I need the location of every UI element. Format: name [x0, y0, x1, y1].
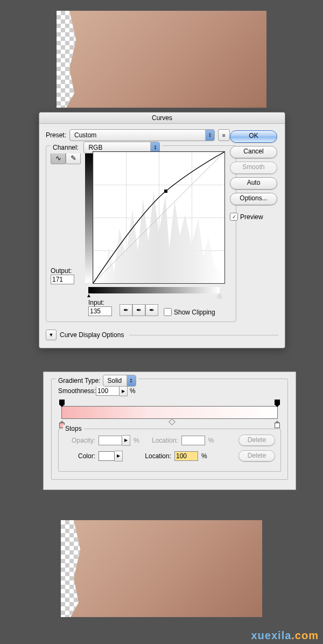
disclosure-triangle-icon[interactable]: ▼ [46, 330, 57, 340]
input-ramp[interactable]: ▲ △ [88, 287, 220, 293]
output-ramp [85, 151, 93, 283]
dialog-button-column: OK Cancel Smooth Auto Options... ✓ Previ… [230, 130, 277, 221]
curves-dialog: Curves Preset: Custom ▲▼ ≡ Channel: RGB … [39, 112, 285, 348]
dialog-title: Curves [39, 113, 285, 124]
select-arrows-icon: ▲▼ [127, 375, 136, 386]
preview-label: Preview [240, 213, 263, 221]
color-stop-row: Color: ▶ Location: % Delete [64, 450, 275, 461]
document-preview-bottom [61, 520, 262, 617]
curve-tools: ∿ ✎ [51, 151, 231, 284]
output-group: Output: [51, 267, 74, 284]
preview-checkbox[interactable]: ✓ [230, 213, 238, 221]
input-field[interactable] [88, 306, 112, 316]
opacity-stop-left[interactable] [59, 400, 65, 405]
stops-legend: Stops [63, 425, 84, 432]
cancel-button[interactable]: Cancel [230, 146, 277, 158]
gradient-type-value: Solid [103, 377, 127, 384]
smooth-button[interactable]: Smooth [230, 162, 277, 174]
eyedropper-group: ✒ ✒ ✒ [120, 304, 158, 316]
color-location-label: Location: [136, 452, 171, 460]
transparency-checker [61, 520, 93, 617]
midpoint-handle[interactable] [168, 418, 175, 425]
opacity-unit: % [134, 437, 139, 444]
svg-line-0 [93, 152, 224, 283]
opacity-location-unit: % [208, 437, 214, 444]
opacity-field [99, 436, 122, 445]
curve-point [164, 190, 167, 193]
opacity-stop-right[interactable] [275, 400, 280, 405]
color-location-field[interactable] [174, 451, 198, 461]
ok-button[interactable]: OK [230, 130, 277, 143]
gradient-bar-wrap [58, 406, 281, 419]
smoothness-unit: % [130, 387, 136, 395]
smoothness-row: Smoothness: ▶ % [58, 386, 281, 396]
show-clipping-label: Show Clipping [174, 309, 215, 316]
curve-line [93, 152, 224, 283]
preset-label: Preset: [46, 131, 66, 139]
white-point-slider[interactable]: △ [217, 292, 222, 298]
curve-display-options-label: Curve Display Options [60, 331, 124, 339]
opacity-location-field [181, 436, 205, 445]
opacity-delete-button: Delete [238, 435, 275, 446]
stops-fieldset: Stops Opacity: ▶ % Location: % Delete Co… [58, 429, 281, 472]
gradient-type-legend: Gradient Type: Solid ▲▼ [56, 375, 138, 387]
color-label: Color: [64, 452, 95, 460]
curves-grid[interactable] [93, 151, 225, 284]
color-location-unit: % [201, 452, 207, 460]
watermark: xuexila.com [251, 629, 319, 642]
gradient-bar[interactable] [61, 406, 278, 419]
select-arrows-icon: ▲▼ [205, 130, 214, 141]
black-point-slider[interactable]: ▲ [86, 292, 92, 298]
transparency-checker [57, 11, 89, 108]
watermark-b: .com [291, 629, 319, 641]
channel-value: RGB [84, 144, 150, 151]
document-preview-top [57, 11, 266, 108]
preset-value: Custom [70, 131, 205, 139]
color-picker-toggle[interactable]: ▶ [115, 451, 123, 461]
curve-display-row: ▼ Curve Display Options [46, 330, 278, 340]
smoothness-label: Smoothness: [58, 387, 96, 395]
watermark-a: xuexila [251, 629, 291, 641]
smoothness-field[interactable] [96, 386, 120, 396]
input-label: Input: [88, 299, 112, 306]
eyedropper-gray-icon[interactable]: ✒ [132, 304, 145, 316]
gradient-type-label: Gradient Type: [58, 377, 101, 384]
gradient-panel: Gradient Type: Solid ▲▼ Smoothness: ▶ % [43, 372, 296, 490]
opacity-stop-row: Opacity: ▶ % Location: % Delete [64, 435, 275, 446]
options-button[interactable]: Options... [230, 193, 277, 205]
color-swatch[interactable] [99, 451, 115, 461]
opacity-stepper: ▶ [122, 435, 130, 446]
show-clipping-checkbox[interactable] [164, 308, 172, 316]
smoothness-stepper[interactable]: ▶ [120, 386, 128, 396]
auto-button[interactable]: Auto [230, 177, 277, 190]
output-field[interactable] [51, 275, 74, 284]
gradient-type-fieldset: Gradient Type: Solid ▲▼ Smoothness: ▶ % [51, 379, 288, 480]
gradient-type-select[interactable]: Solid ▲▼ [103, 375, 136, 387]
eyedropper-black-icon[interactable]: ✒ [120, 304, 132, 316]
curves-fieldset: Channel: RGB ▲▼ ∿ ✎ [46, 145, 236, 322]
output-label: Output: [51, 267, 74, 275]
opacity-location-label: Location: [143, 437, 178, 444]
preview-row: ✓ Preview [230, 213, 277, 221]
divider [129, 335, 278, 335]
preset-menu-button[interactable]: ≡ [218, 129, 230, 141]
channel-label: Channel: [53, 144, 79, 151]
input-ramp-wrap: ▲ △ [88, 287, 231, 293]
color-delete-button[interactable]: Delete [238, 450, 275, 461]
color-stop-right[interactable] [275, 421, 280, 426]
opacity-label: Opacity: [64, 437, 95, 444]
eyedropper-white-icon[interactable]: ✒ [145, 304, 158, 316]
preset-select[interactable]: Custom ▲▼ [69, 129, 215, 141]
